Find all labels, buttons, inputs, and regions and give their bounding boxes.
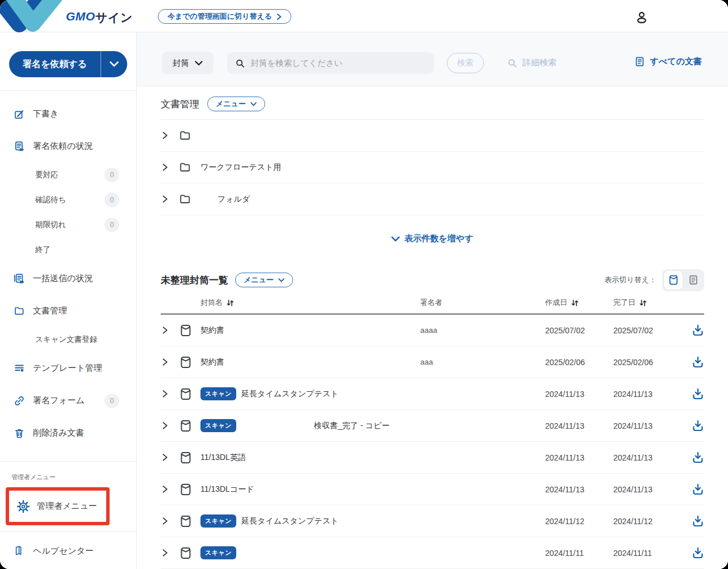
gmo-sign-logo-text: GMOサイン <box>66 10 133 26</box>
chevron-right-icon[interactable] <box>161 390 169 398</box>
chevron-right-icon[interactable] <box>161 453 169 462</box>
sidebar-item-draft[interactable]: 下書き <box>0 98 136 130</box>
all-documents-link[interactable]: すべての文書 <box>634 56 702 67</box>
envelope-list-title: 未整理封筒一覧 <box>161 274 228 287</box>
chevron-right-icon[interactable] <box>161 163 169 171</box>
user-account-icon[interactable] <box>635 11 648 24</box>
chevron-right-icon[interactable] <box>161 195 169 203</box>
column-label: 完了日 <box>613 298 635 308</box>
show-more-link[interactable]: 表示件数を増やす <box>161 233 704 244</box>
chevron-right-icon[interactable] <box>161 421 169 430</box>
all-documents-label: すべての文書 <box>650 56 702 67</box>
folder-icon <box>179 129 191 142</box>
doc-management-menu-button[interactable]: メニュー <box>207 97 265 111</box>
column-completed[interactable]: 完了日 <box>613 298 691 308</box>
download-icon[interactable] <box>691 324 705 337</box>
sidebar-item-doc-management[interactable]: 文書管理 <box>0 295 136 327</box>
logo-sign: サイン <box>95 10 133 26</box>
download-icon[interactable] <box>691 419 705 433</box>
sidebar-item-label: 署名フォーム <box>33 395 85 406</box>
chevron-right-icon[interactable] <box>161 485 169 493</box>
download-icon[interactable] <box>691 355 705 369</box>
chevron-right-icon[interactable] <box>161 131 169 140</box>
chevron-down-icon <box>195 61 203 66</box>
main-content: 封筒 検索 詳細検索 すべての文書 <box>137 32 728 569</box>
signer: aaa <box>420 358 545 366</box>
envelope-view-button[interactable] <box>664 271 683 290</box>
column-signer[interactable]: 署名者 <box>420 298 545 308</box>
envelope-name: 11/13DLコード <box>200 484 254 495</box>
search-input[interactable] <box>250 58 426 68</box>
envelope-name: 検収書_完了 - コピー <box>241 421 390 431</box>
envelope-icon <box>179 387 193 401</box>
annotation-highlight-box: 管理者メニュー <box>6 487 110 525</box>
envelope-row[interactable]: スキャン延長タイムスタンプテスト 2024/11/12 2024/11/12 <box>161 505 704 537</box>
chevron-right-icon[interactable] <box>161 549 169 557</box>
envelope-row[interactable]: 11/13DL英語 2024/11/13 2024/11/13 <box>161 442 704 474</box>
sidebar-item-admin-menu[interactable]: 管理者メニュー <box>9 500 97 513</box>
switch-admin-screen-label: 今までの管理画面に切り替える <box>168 11 272 22</box>
envelope-table-header: 封筒名 署名者 作成日 完了日 <box>161 292 704 313</box>
sidebar-item-label: 下書き <box>33 108 58 119</box>
sidebar-subitem-finished[interactable]: 終了 <box>0 237 136 262</box>
envelope-icon <box>179 546 193 560</box>
envelope-row[interactable]: 契約書 aaaa 2025/07/02 2025/07/02 <box>161 315 704 346</box>
link-icon <box>14 395 25 407</box>
created-date: 2024/11/11 <box>545 549 613 558</box>
sidebar-subitem-scan-doc-register[interactable]: スキャン文書登録 <box>0 327 136 352</box>
envelope-row[interactable]: 契約書 aaa 2025/02/06 2025/02/06 <box>161 346 704 378</box>
envelope-row[interactable]: 11/13DLコード 2024/11/13 2024/11/13 <box>161 474 704 505</box>
download-icon[interactable] <box>691 451 705 465</box>
sidebar-subitem-needs-action[interactable]: 要対応 0 <box>0 162 136 187</box>
sidebar-item-help-center[interactable]: ヘルプセンター <box>0 538 136 563</box>
chevron-right-icon[interactable] <box>161 326 169 334</box>
column-created[interactable]: 作成日 <box>545 298 613 308</box>
folder-row[interactable] <box>161 120 704 152</box>
sidebar-item-template-management[interactable]: テンプレート管理 <box>0 352 136 384</box>
download-icon[interactable] <box>691 546 705 560</box>
envelope-row[interactable]: スキャン延長タイムスタンプテスト 2024/11/13 2024/11/13 <box>161 378 704 410</box>
sidebar-subitem-waiting-confirm[interactable]: 確認待ち 0 <box>0 187 136 212</box>
sidebar-item-deleted-docs[interactable]: 削除済み文書 <box>0 417 136 449</box>
completed-date: 2024/11/13 <box>613 485 691 494</box>
sidebar-subitem-expired[interactable]: 期限切れ 0 <box>0 212 136 237</box>
scan-badge: スキャン <box>200 546 236 559</box>
request-signature-dropdown-button[interactable] <box>101 51 127 77</box>
download-icon[interactable] <box>691 483 705 496</box>
folder-row[interactable]: フォルダ <box>161 183 704 215</box>
folder-icon <box>14 306 25 317</box>
gear-icon <box>17 500 30 513</box>
request-signature-button[interactable]: 署名を依頼する <box>9 51 101 77</box>
count-badge: 0 <box>104 168 119 182</box>
sidebar-item-signature-form[interactable]: 署名フォーム 0 <box>0 384 136 417</box>
download-icon[interactable] <box>691 387 705 401</box>
app-window: GMOサイン 今までの管理画面に切り替える 署名を依頼する <box>0 0 728 569</box>
search-icon <box>235 58 245 69</box>
search-button[interactable]: 検索 <box>447 53 484 73</box>
envelope-icon <box>668 274 679 286</box>
chevron-right-icon[interactable] <box>161 358 169 366</box>
search-category-select[interactable]: 封筒 <box>162 52 214 74</box>
folder-row[interactable]: ワークフローテスト用 <box>161 152 704 183</box>
count-badge: 0 <box>104 217 119 232</box>
chevron-right-icon[interactable] <box>161 517 169 525</box>
menu-button-label: メニュー <box>244 275 274 285</box>
view-toggle: 表示切り替え： <box>604 269 704 291</box>
advanced-search-link[interactable]: 詳細検索 <box>507 57 557 68</box>
download-icon[interactable] <box>691 514 705 528</box>
column-label: 封筒名 <box>200 298 223 308</box>
folder-icon <box>179 193 191 206</box>
sidebar-item-bulk-send-status[interactable]: 一括送信の状況 <box>0 262 136 295</box>
created-date: 2025/02/06 <box>545 358 613 367</box>
list-view-button[interactable] <box>684 271 702 290</box>
envelope-list-menu-button[interactable]: メニュー <box>235 273 293 287</box>
column-envelope-name[interactable]: 封筒名 <box>200 298 420 308</box>
sidebar-item-request-status[interactable]: 署名依頼の状況 <box>0 130 136 162</box>
envelope-row[interactable]: スキャン検収書_完了 - コピー 2024/11/13 2024/11/13 <box>161 410 704 442</box>
envelope-list-header: 未整理封筒一覧 メニュー 表示切り替え： <box>161 271 704 288</box>
logo-gmo: GMO <box>66 10 95 26</box>
search-bar-area: 封筒 検索 詳細検索 すべての文書 <box>137 32 728 86</box>
switch-admin-screen-button[interactable]: 今までの管理画面に切り替える <box>158 9 291 24</box>
sidebar: 署名を依頼する 下書き 署名依頼の状況 要対応 <box>0 32 137 569</box>
envelope-row[interactable]: スキャン 2024/11/11 2024/11/11 <box>161 537 704 569</box>
